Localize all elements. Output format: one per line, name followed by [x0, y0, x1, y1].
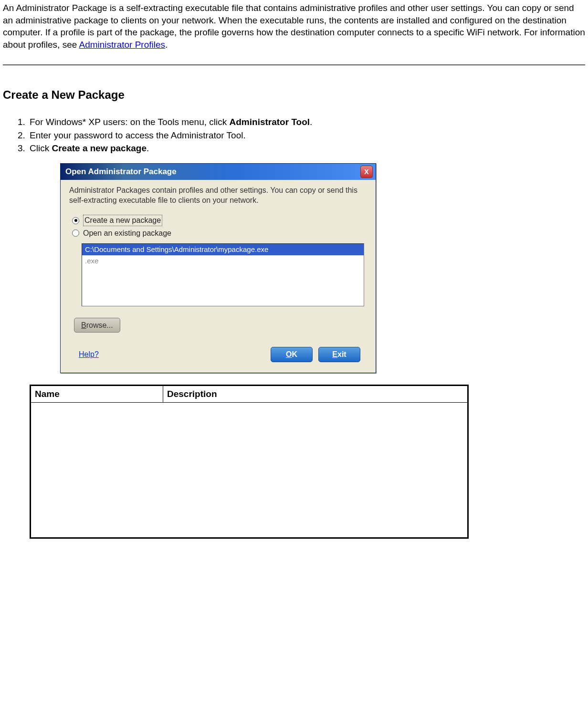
- dialog-titlebar[interactable]: Open Administrator Package X: [61, 164, 376, 180]
- intro-paragraph: An Administrator Package is a self-extra…: [3, 2, 585, 51]
- step-3-pre: Click: [30, 143, 52, 153]
- step-1-bold: Administrator Tool: [230, 117, 310, 127]
- radio-create-label: Create a new package: [83, 215, 162, 226]
- step-2: Enter your password to access the Admini…: [28, 129, 585, 142]
- table-header-description: Description: [163, 386, 468, 403]
- name-description-table: Name Description: [30, 385, 469, 539]
- divider: [3, 64, 585, 65]
- dialog-description: Administrator Packages contain profiles …: [69, 186, 367, 206]
- dialog-title-text: Open Administrator Package: [65, 164, 177, 180]
- help-link[interactable]: Help?: [79, 349, 99, 360]
- radio-open-label: Open an existing package: [83, 228, 171, 239]
- table-header-name: Name: [31, 386, 163, 403]
- step-3: Click Create a new package.: [28, 142, 585, 155]
- exit-button[interactable]: Exit: [318, 347, 360, 362]
- list-item[interactable]: .exe: [82, 255, 364, 267]
- browse-button[interactable]: Browse...: [74, 318, 120, 333]
- list-item[interactable]: C:\Documents and Settings\Administrator\…: [82, 244, 364, 255]
- close-glyph: X: [364, 164, 368, 180]
- open-admin-package-dialog: Open Administrator Package X Administrat…: [60, 163, 376, 373]
- radio-icon: [72, 217, 79, 224]
- browse-label-rest: rowse...: [86, 321, 113, 329]
- administrator-profiles-link[interactable]: Administrator Profiles: [79, 40, 166, 50]
- radio-icon: [72, 230, 79, 237]
- step-3-post: .: [147, 143, 149, 153]
- section-heading: Create a New Package: [3, 87, 585, 103]
- intro-text-after: .: [165, 40, 168, 50]
- ok-button[interactable]: OK: [271, 347, 313, 362]
- step-1: For Windows* XP users: on the Tools menu…: [28, 116, 585, 128]
- package-path-listbox[interactable]: C:\Documents and Settings\Administrator\…: [82, 243, 364, 306]
- step-3-bold: Create a new package: [52, 143, 147, 153]
- step-1-post: .: [310, 117, 312, 127]
- step-1-pre: For Windows* XP users: on the Tools menu…: [30, 117, 230, 127]
- browse-label-u: B: [81, 321, 86, 329]
- steps-list: For Windows* XP users: on the Tools menu…: [3, 116, 585, 155]
- radio-create-new[interactable]: Create a new package: [72, 215, 367, 226]
- radio-open-existing[interactable]: Open an existing package: [72, 228, 367, 239]
- close-icon[interactable]: X: [360, 166, 373, 178]
- table-row: [31, 402, 468, 538]
